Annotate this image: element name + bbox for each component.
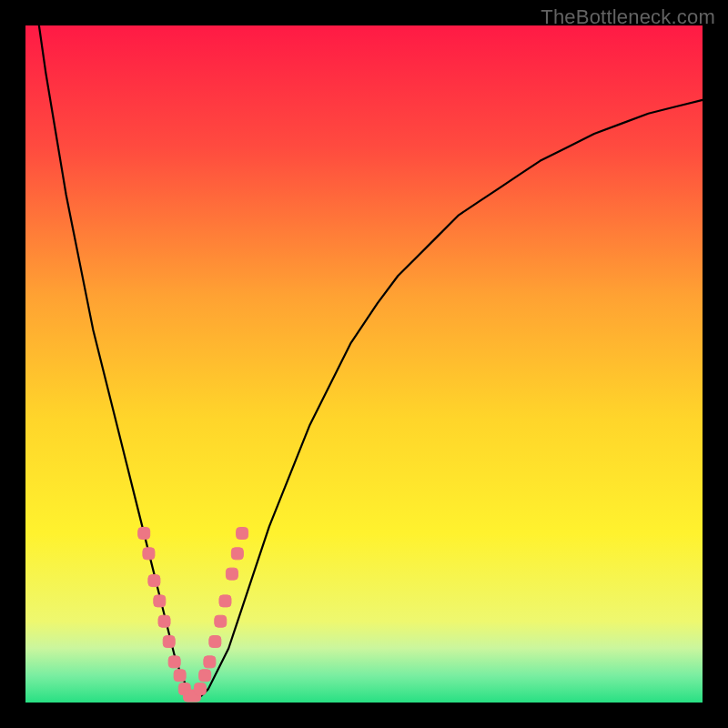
data-marker (237, 528, 248, 540)
data-marker (204, 656, 216, 668)
data-marker (226, 568, 238, 580)
data-marker (215, 615, 227, 627)
data-marker (138, 528, 150, 540)
data-marker (209, 636, 221, 648)
data-marker (174, 670, 186, 682)
data-marker (148, 575, 160, 587)
curve-layer (25, 25, 703, 703)
data-marker (231, 548, 243, 560)
plot-area (25, 25, 703, 703)
data-marker (219, 595, 231, 607)
data-marker (158, 615, 170, 627)
data-marker (199, 670, 211, 682)
data-marker (163, 636, 175, 648)
watermark-text: TheBottleneck.com (541, 5, 715, 29)
data-marker (194, 683, 206, 695)
bottleneck-curve (39, 25, 703, 696)
data-marker (154, 595, 166, 607)
data-marker (168, 656, 180, 668)
chart-frame: TheBottleneck.com (0, 0, 728, 728)
data-marker (143, 548, 155, 560)
